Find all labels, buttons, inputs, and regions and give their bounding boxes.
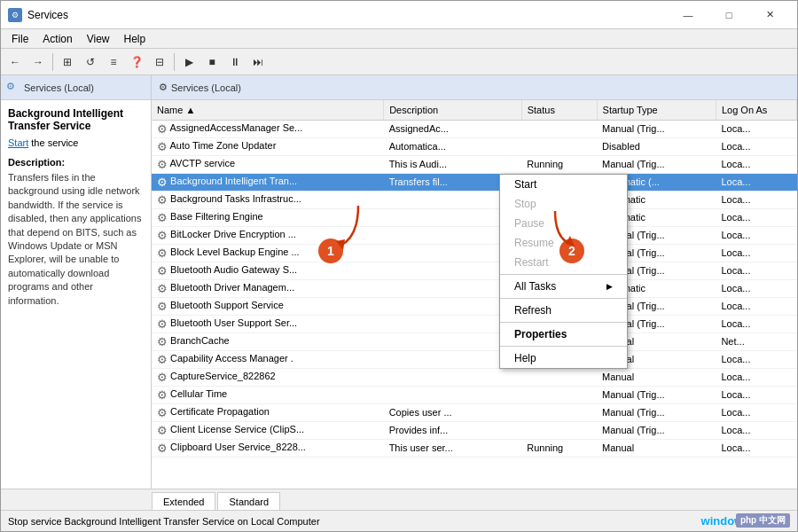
service-startup-cell: Manual (Trig... (597, 403, 716, 421)
table-row[interactable]: ⚙ Client License Service (ClipS...Provid… (152, 421, 797, 439)
service-logon-cell: Loca... (716, 208, 796, 226)
table-row[interactable]: ⚙ Capability Access Manager .ManualLoca.… (152, 350, 797, 368)
close-button[interactable]: ✕ (749, 1, 790, 29)
export-button[interactable]: ⊟ (149, 51, 170, 73)
context-menu-item-properties[interactable]: Properties (500, 325, 627, 344)
service-name-cell: ⚙ Bluetooth User Support Ser... (152, 315, 384, 332)
context-menu-separator (500, 322, 627, 323)
context-menu-item-refresh[interactable]: Refresh (500, 301, 627, 320)
service-logon-cell: Net... (716, 332, 796, 350)
table-row[interactable]: ⚙ Certificate PropagationCopies user ...… (152, 403, 797, 421)
table-row[interactable]: ⚙ Base Filtering EngineAutomaticLoca... (152, 208, 797, 226)
service-desc-cell (384, 368, 522, 386)
refresh-button[interactable]: ↺ (80, 51, 101, 73)
context-menu: StartStopPauseResumeRestartAll Tasks▶Ref… (499, 174, 628, 369)
app-icon: ⚙ (8, 8, 22, 22)
maximize-button[interactable]: □ (708, 1, 749, 29)
show-console-button[interactable]: ⊞ (57, 51, 78, 73)
col-header-name[interactable]: Name ▲ (152, 100, 384, 120)
service-action-text: Start the service (8, 137, 144, 148)
menu-action[interactable]: Action (35, 30, 79, 48)
service-name-cell: ⚙ Clipboard User Service_8228... (152, 439, 384, 457)
bottom-tabs: Extended Standard (1, 489, 797, 510)
menu-view[interactable]: View (80, 30, 117, 48)
service-startup-cell: Disabled (597, 137, 716, 155)
service-name-cell: ⚙ Cellular Time (152, 386, 384, 403)
context-menu-item-start[interactable]: Start (500, 175, 627, 194)
service-startup-cell: Manual (Trig... (597, 155, 716, 173)
stop-service-button[interactable]: ■ (201, 51, 223, 73)
service-name-cell: ⚙ Bluetooth Driver Managem... (152, 279, 384, 297)
properties-button[interactable]: ≡ (103, 51, 124, 73)
table-row[interactable]: ⚙ Clipboard User Service_8228...This use… (152, 439, 797, 457)
table-row[interactable]: ⚙ AVCTP serviceThis is Audi...RunningMan… (152, 155, 797, 173)
service-logon-cell: Loca... (716, 368, 796, 386)
panel-header-label: Services (Local) (171, 82, 241, 93)
service-logon-cell: Loca... (716, 297, 796, 315)
desc-title: Description: (8, 157, 144, 168)
service-name-cell: ⚙ BranchCache (152, 332, 384, 350)
context-menu-item-pause: Pause (500, 214, 627, 233)
table-row[interactable]: ⚙ Bluetooth Audio Gateway S...Manual (Tr… (152, 262, 797, 279)
services-tree-icon: ⚙ (6, 81, 20, 95)
service-startup-cell: Manual (Trig... (597, 120, 716, 137)
start-service-link[interactable]: Start (8, 137, 28, 148)
table-row[interactable]: ⚙ AssignedAccessManager Se...AssignedAc.… (152, 120, 797, 137)
menu-file[interactable]: File (4, 30, 35, 48)
table-row[interactable]: ⚙ Cellular TimeManual (Trig...Loca... (152, 386, 797, 403)
toolbar-sep-1 (52, 53, 53, 71)
service-logon-cell: Loca... (716, 120, 796, 137)
col-header-logon[interactable]: Log On As (716, 100, 796, 120)
col-header-status[interactable]: Status (521, 100, 597, 120)
service-desc-cell: Provides inf... (384, 421, 522, 439)
pause-service-button[interactable]: ⏸ (224, 51, 246, 73)
table-row[interactable]: ⚙ Bluetooth Support ServiceManual (Trig.… (152, 297, 797, 315)
tree-header: ⚙ Services (Local) (1, 75, 151, 100)
table-row[interactable]: ⚙ Block Level Backup Engine ...Manual (T… (152, 244, 797, 262)
service-name-cell: ⚙ AVCTP service (152, 155, 384, 173)
tree-header-label: Services (Local) (24, 82, 94, 93)
back-button[interactable]: ← (4, 51, 26, 73)
service-logon-cell: Loca... (716, 421, 796, 439)
table-row[interactable]: ⚙ Bluetooth User Support Ser...Manual (T… (152, 315, 797, 332)
service-startup-cell: Manual (597, 439, 716, 457)
service-status-cell (521, 403, 597, 421)
col-header-desc[interactable]: Description (384, 100, 522, 120)
window-controls: — □ ✕ (668, 1, 790, 29)
minimize-button[interactable]: — (668, 1, 708, 29)
table-row[interactable]: ⚙ BitLocker Drive Encryption ...Manual (… (152, 226, 797, 244)
table-row[interactable]: ⚙ Background Intelligent Tran...Transfer… (152, 173, 797, 191)
forward-button[interactable]: → (27, 51, 49, 73)
service-startup-cell: Manual (Trig... (597, 386, 716, 403)
service-info-panel: Background Intelligent Transfer Service … (1, 100, 151, 315)
table-row[interactable]: ⚙ BranchCacheManualNet... (152, 332, 797, 350)
table-row[interactable]: ⚙ Auto Time Zone UpdaterAutomatica...Dis… (152, 137, 797, 155)
service-desc-cell: AssignedAc... (384, 120, 522, 137)
help-icon-button[interactable]: ❓ (126, 51, 147, 73)
start-service-button[interactable]: ▶ (178, 51, 200, 73)
restart-service-button[interactable]: ⏭ (247, 51, 269, 73)
context-menu-item-help[interactable]: Help (500, 348, 627, 368)
service-name-cell: ⚙ Capability Access Manager . (152, 350, 384, 368)
main-area: ⚙ Services (Local) Background Intelligen… (1, 75, 797, 489)
context-menu-item-all-tasks[interactable]: All Tasks▶ (500, 277, 627, 296)
service-desc-cell: Automatica... (384, 137, 522, 155)
col-header-startup[interactable]: Startup Type (597, 100, 716, 120)
service-logon-cell: Loca... (716, 226, 796, 244)
context-menu-separator (500, 298, 627, 299)
service-status-cell (521, 368, 597, 386)
table-row[interactable]: ⚙ Bluetooth Driver Managem...AutomaticLo… (152, 279, 797, 297)
table-row[interactable]: ⚙ Background Tasks Infrastruc...Automati… (152, 191, 797, 208)
service-logon-cell: Loca... (716, 315, 796, 332)
tab-standard[interactable]: Standard (217, 492, 280, 510)
left-panel: ⚙ Services (Local) Background Intelligen… (1, 75, 152, 489)
service-name-cell: ⚙ BitLocker Drive Encryption ... (152, 226, 384, 244)
service-name-cell: ⚙ Certificate Propagation (152, 403, 384, 421)
toolbar-sep-2 (174, 53, 175, 71)
menu-help[interactable]: Help (117, 30, 153, 48)
service-desc-cell: This is Audi... (384, 155, 522, 173)
tab-extended[interactable]: Extended (152, 492, 215, 510)
services-table[interactable]: Name ▲ Description Status Startup Type L… (152, 100, 797, 489)
service-status-cell (521, 386, 597, 403)
table-row[interactable]: ⚙ CaptureService_822862ManualLoca... (152, 368, 797, 386)
